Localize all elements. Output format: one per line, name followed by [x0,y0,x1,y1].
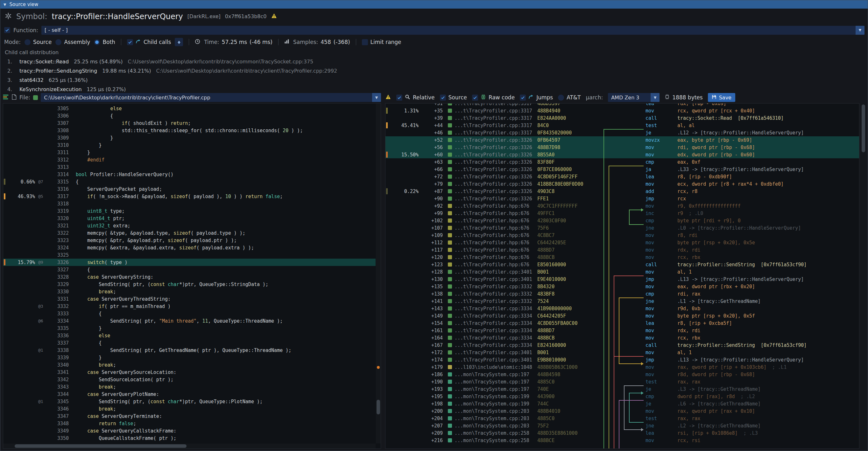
source-line-3310[interactable]: 3310 } [3,142,376,149]
mode-assembly-radio[interactable] [55,39,61,45]
asm-row-+79[interactable]: +79...t\TracyProfiler.cpp:3326418B8C80E0… [385,180,859,188]
asm-row-+161[interactable]: +161...t\TracyProfiler.cpp:3334488BD7mov… [385,327,859,334]
child-calls-checkbox[interactable] [127,39,133,45]
asm-row-+120[interactable]: +120...t\TracyProfiler.hpp:676488BCBmovr… [385,253,859,261]
asm-row-+172[interactable]: +172...t\TracyProfiler.cpp:3401B001moval… [385,349,859,356]
source-checkbox[interactable] [440,95,446,101]
child-call-row[interactable]: 3.stat64i32625 µs (1.36%) [5,76,868,85]
relative-checkbox[interactable] [396,95,402,101]
source-line-3325[interactable]: 3325 [3,251,376,259]
source-line-3330[interactable]: 3330 break; [3,288,376,295]
source-line-3306[interactable]: 3306 { [3,112,376,119]
asm-row-+44[interactable]: 45.41%+44...t\TracyProfiler.cpp:331784C0… [385,122,859,129]
source-line-3305[interactable]: 3305 else [3,105,376,112]
source-line-3346[interactable]: 3346 break; [3,405,376,413]
mode-source-radio[interactable] [25,39,31,45]
collapse-icon[interactable]: ▼ [3,3,6,7]
relative-toggle[interactable]: Relative [396,94,435,101]
raw-code-checkbox[interactable] [472,95,478,101]
asm-row-+164[interactable]: +164...t\TracyProfiler.cpp:3334488BCBmov… [385,334,859,341]
asm-row-+154[interactable]: +154...t\TracyProfiler.cpp:33344C8D055FB… [385,320,859,327]
source-line-3340[interactable]: 3340 break; [3,361,376,368]
source-line-3350[interactable]: 3350 QueueCallstackFrame( ptr ); [3,434,376,442]
source-line-3307[interactable]: 3307 if( shouldExit ) return; [3,119,376,127]
asm-row-+39[interactable]: +39...t\TracyProfiler.cpp:3317E824AA0000… [385,114,859,122]
source-line-3343[interactable]: 3343 break; [3,383,376,390]
asm-row-+52[interactable]: +52...t\TracyProfiler.cpp:33260FB64597mo… [385,136,859,144]
asm-row-+143[interactable]: +143...t\TracyProfiler.cpp:333441B90B000… [385,305,859,312]
source-line-3347[interactable]: 3347 case ServerQueryTerminate: [3,413,376,420]
source-line-3344[interactable]: 3344 case ServerQueryPlotName: [3,390,376,398]
uarch-combo[interactable]: AMD Zen 3 ▼ [608,93,659,102]
source-line-3331[interactable]: 3331 case ServerQueryThreadString: [3,295,376,303]
asm-row-+35[interactable]: 1.31%+35...t\TracyProfiler.cpp:3317488B4… [385,107,859,114]
asm-row-+56[interactable]: +56...t\TracyProfiler.cpp:3326488B7D98mo… [385,144,859,151]
source-line-3345[interactable]: @13345 SendString( ptr, (const char*)ptr… [3,398,376,405]
child-call-row[interactable]: 1.tracy::Socket::Read25.25 ms (54.89%)C:… [5,57,868,66]
source-line-3337[interactable]: 3337 { [3,339,376,347]
source-line-3316[interactable]: 3316 ServerQueryPacket payload; [3,185,376,193]
mode-source-option[interactable]: Source [25,39,52,45]
asm-row-+186[interactable]: +186...mon\TracySystem.cpp:197448B4598mo… [385,371,859,378]
asm-row-+130[interactable]: +130...t\TracyProfiler.cpp:3401E9E401000… [385,275,859,283]
asm-row-+207[interactable]: +207...mon\TracySystem.cpp:20375F2jne.L2… [385,422,859,429]
source-line-3312[interactable]: 3312 #endif [3,156,376,163]
asm-row-+109[interactable]: +109...t\TracyProfiler.hpp:6764C8BC7movr… [385,232,859,239]
source-line-3348[interactable]: 3348 return false; [3,420,376,427]
asm-row-+99[interactable]: +99...t\TracyProfiler.hpp:67649FFC1incr9… [385,210,859,217]
function-checkbox[interactable] [4,27,10,33]
scrollbar-thumb[interactable] [862,104,865,152]
asm-row-+216[interactable]: +216...mon\TracySystem.cpp:258488BCEmovr… [385,437,859,444]
scrollbar-thumb[interactable] [14,444,187,448]
assembly-vertical-scrollbar[interactable] [861,103,866,449]
child-calls-up-button[interactable] [175,38,183,46]
mode-assembly-option[interactable]: Assembly [55,39,90,45]
asm-row-+195[interactable]: +195...mon\TracySystem.cpp:199443900cmpd… [385,393,859,400]
source-line-3311[interactable]: 3311 } [3,149,376,156]
source-line-3341[interactable]: 3341 case ServerQuerySourceLocation: [3,368,376,376]
asm-row-+179[interactable]: +179...l103\include\atomic:1048488B05B63… [385,363,859,371]
source-line-3322[interactable]: 3322 memcpy( &type, &payload.type, sizeo… [3,229,376,237]
source-pane[interactable]: 3305 else3306 {3307 if( shouldExit ) ret… [3,103,381,449]
asm-row-+141[interactable]: +141...t\TracyProfiler.cpp:33327524jne.L… [385,298,859,305]
asm-row-+60[interactable]: 15.50%+60...t\TracyProfiler.cpp:33268B55… [385,151,859,158]
source-line-3332[interactable]: @33332 if( ptr == m_mainThread ) [3,303,376,310]
asm-row-+198[interactable]: +198...mon\TracySystem.cpp:199744Cje.L6 … [385,400,859,408]
source-line-3328[interactable]: 3328 case ServerQueryString: [3,273,376,280]
source-line-3326[interactable]: 15.79%@93326 switch( type ) [3,259,376,266]
asm-row-+174[interactable]: +174...t\TracyProfiler.cpp:3401E9B801000… [385,356,859,363]
asm-row-+128[interactable]: +128...t\TracyProfiler.cpp:3401B001moval… [385,268,859,275]
source-line-3333[interactable]: 3333 { [3,310,376,317]
source-line-3334[interactable]: @63334 SendString( ptr, "Main thread", 1… [3,317,376,325]
asm-row-+63[interactable]: +63...t\TracyProfiler.cpp:332683F80Fcmpe… [385,158,859,166]
source-line-3309[interactable]: 3309 } [3,134,376,142]
chevron-down-icon[interactable]: ▼ [372,93,381,102]
source-line-3349[interactable]: 3349 case ServerQueryCallstackFrame: [3,427,376,434]
asm-row-+135[interactable]: +135...t\TracyProfiler.cpp:33328B4320mov… [385,283,859,290]
title-bar[interactable]: ▼ Source view [0,0,868,9]
source-line-3324[interactable]: 3324 memcpy( &extra, &payload.extra, siz… [3,244,376,251]
asm-row-+72[interactable]: +72...t\TracyProfiler.cpp:33264C8D05F146… [385,173,859,180]
raw-code-toggle[interactable]: Raw code [472,94,515,101]
source-line-3313[interactable]: 3313 [3,163,376,171]
source-line-3339[interactable]: 3339 } [3,354,376,361]
asm-row-+90[interactable]: +90...t\TracyProfiler.cpp:3326FFE1jmprcx [385,195,859,202]
att-toggle[interactable]: AT&T [558,94,581,101]
source-line-3314[interactable]: 3314bool Profiler::HandleServerQuery() [3,171,376,178]
asm-row-+46[interactable]: +46...t\TracyProfiler.cpp:33170F84350200… [385,129,859,136]
mode-both-option[interactable]: Both [94,39,115,45]
asm-row-+66[interactable]: +66...t\TracyProfiler.cpp:33260F87CE0600… [385,166,859,173]
asm-row-+209[interactable]: +209...mon\TracySystem.cpp:258488D35E886… [385,429,859,437]
asm-row-+190[interactable]: +190...mon\TracySystem.cpp:1974885C0test… [385,378,859,385]
source-line-3342[interactable]: 3342 SendSourceLocation( ptr ); [3,376,376,383]
child-call-row[interactable]: 2.tracy::Profiler::SendLongString19.88 m… [5,66,868,76]
source-line-3317[interactable]: 46.93%@53317 if( !m_sock->Read( &payload… [3,193,376,200]
source-line-3308[interactable]: 3308 std::this_thread::sleep_for( std::c… [3,127,376,134]
limit-range-toggle[interactable]: Limit range [362,39,401,45]
mode-both-radio[interactable] [94,39,100,45]
assembly-pane[interactable]: +31...t\TracyProfiler.cpp:3317488D5597le… [385,103,859,449]
limit-range-checkbox[interactable] [362,39,368,45]
chevron-down-icon[interactable]: ▼ [856,26,865,35]
asm-row-+31[interactable]: +31...t\TracyProfiler.cpp:3317488D5597le… [385,103,859,107]
source-line-3335[interactable]: 3335 } [3,325,376,332]
